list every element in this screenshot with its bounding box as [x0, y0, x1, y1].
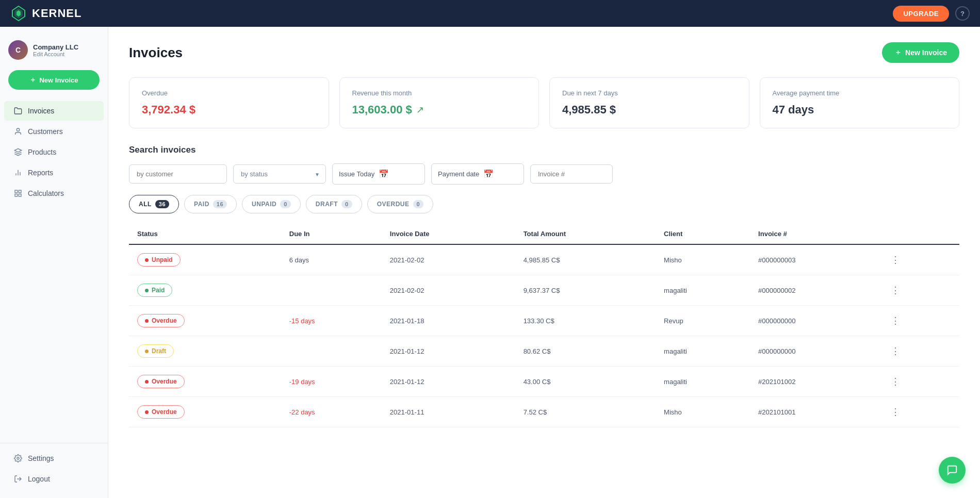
- cell-invoice-date: 2021-02-02: [382, 244, 515, 275]
- payment-date-filter[interactable]: Payment date 📅: [431, 163, 524, 185]
- stat-overdue-value: 3,792.34 $: [142, 103, 316, 117]
- row-more-button[interactable]: ⋮: [887, 404, 904, 420]
- status-dot: [145, 289, 149, 292]
- stat-revenue-value: 13,603.00 $: [352, 103, 412, 117]
- new-invoice-sidebar-button[interactable]: ＋ New Invoice: [8, 70, 100, 90]
- table-row: Draft2021-01-1280.62 C$magaliti#00000000…: [129, 336, 959, 367]
- topbar-right: UPGRADE ?: [893, 6, 970, 22]
- cell-client: magaliti: [656, 336, 750, 367]
- sidebar-item-invoices[interactable]: Invoices: [4, 101, 104, 121]
- filter-tabs: ALL 36 PAID 16 UNPAID 0 DRAFT 0 OVERDUE …: [129, 195, 959, 213]
- chat-fab-button[interactable]: [939, 457, 966, 484]
- sidebar-item-settings[interactable]: Settings: [4, 449, 104, 468]
- edit-account-link[interactable]: Edit Account: [33, 51, 78, 57]
- filter-tab-paid-label: PAID: [194, 201, 209, 208]
- cell-client: Misho: [656, 397, 750, 427]
- filter-tab-unpaid-badge: 0: [280, 200, 291, 208]
- layout: C Company LLC Edit Account ＋ New Invoice…: [0, 27, 980, 498]
- row-more-button[interactable]: ⋮: [887, 252, 904, 268]
- stat-avgpay-value: 47 days: [773, 103, 947, 117]
- help-button[interactable]: ?: [955, 6, 970, 21]
- cell-total-amount: 4,985.85 C$: [515, 244, 656, 275]
- filter-tab-all-label: ALL: [139, 201, 152, 208]
- calendar-icon-payment: 📅: [483, 169, 494, 179]
- cell-total-amount: 133.30 C$: [515, 306, 656, 336]
- avatar: C: [8, 40, 28, 60]
- filter-tab-paid[interactable]: PAID 16: [184, 195, 237, 213]
- sidebar-item-customers-label: Customers: [28, 127, 63, 136]
- sidebar-item-invoices-label: Invoices: [28, 107, 54, 115]
- upgrade-button[interactable]: UPGRADE: [893, 6, 949, 22]
- cell-due-in: [281, 275, 382, 306]
- sidebar: C Company LLC Edit Account ＋ New Invoice…: [0, 27, 108, 498]
- logo-text: KERNEL: [32, 7, 81, 20]
- stat-revenue-label: Revenue this month: [352, 89, 527, 97]
- invoice-num-input[interactable]: [530, 164, 613, 184]
- page-title: Invoices: [129, 45, 183, 61]
- stat-revenue-row: 13,603.00 $ ↗: [352, 103, 527, 117]
- table-body: Unpaid6 days2021-02-024,985.85 C$Misho#0…: [129, 244, 959, 427]
- row-more-button[interactable]: ⋮: [887, 343, 904, 359]
- svg-rect-10: [19, 194, 21, 196]
- filter-tab-draft[interactable]: DRAFT 0: [306, 195, 362, 213]
- cell-total-amount: 9,637.37 C$: [515, 275, 656, 306]
- search-title: Search invoices: [129, 145, 959, 155]
- row-more-button[interactable]: ⋮: [887, 374, 904, 389]
- cell-status: Overdue: [129, 306, 281, 336]
- plus-icon: ＋: [29, 75, 36, 85]
- plus-icon-main: ＋: [894, 48, 902, 57]
- issue-date-filter[interactable]: Issue Today 📅: [332, 163, 425, 185]
- sidebar-item-products[interactable]: Products: [4, 142, 104, 162]
- main-content: Invoices ＋ New Invoice Overdue 3,792.34 …: [108, 27, 980, 498]
- status-select[interactable]: by status Paid Unpaid Draft Overdue: [233, 164, 326, 184]
- filter-tab-overdue[interactable]: OVERDUE 0: [367, 195, 433, 213]
- stat-card-overdue: Overdue 3,792.34 $: [129, 77, 329, 128]
- row-more-button[interactable]: ⋮: [887, 283, 904, 298]
- cell-actions: ⋮: [878, 367, 959, 397]
- col-header-actions: [878, 224, 959, 244]
- cell-invoice-num: #000000000: [750, 336, 878, 367]
- status-dot: [145, 410, 149, 414]
- svg-point-3: [17, 128, 19, 131]
- cell-status: Overdue: [129, 397, 281, 427]
- filter-tab-all[interactable]: ALL 36: [129, 195, 179, 213]
- cell-invoice-num: #202101001: [750, 397, 878, 427]
- payment-date-label: Payment date: [438, 170, 479, 178]
- cell-client: Misho: [656, 244, 750, 275]
- stat-due7-label: Due in next 7 days: [562, 89, 737, 97]
- cell-invoice-date: 2021-02-02: [382, 275, 515, 306]
- sidebar-item-reports[interactable]: Reports: [4, 163, 104, 182]
- page-header: Invoices ＋ New Invoice: [129, 42, 959, 63]
- cell-due-in: -19 days: [281, 367, 382, 397]
- status-dot: [145, 258, 149, 262]
- table-row: Overdue-22 days2021-01-117.52 C$Misho#20…: [129, 397, 959, 427]
- cell-invoice-num: #000000002: [750, 275, 878, 306]
- company-section: C Company LLC Edit Account: [0, 32, 108, 66]
- topbar: KERNEL UPGRADE ?: [0, 0, 980, 27]
- sidebar-item-logout[interactable]: Logout: [4, 469, 104, 489]
- col-header-total-amount: Total Amount: [515, 224, 656, 244]
- row-more-button[interactable]: ⋮: [887, 313, 904, 328]
- stat-card-revenue: Revenue this month 13,603.00 $ ↗: [339, 77, 540, 128]
- sidebar-item-customers[interactable]: Customers: [4, 122, 104, 141]
- logo: KERNEL: [10, 5, 81, 22]
- cell-due-in: [281, 336, 382, 367]
- nav-items: Invoices Customers Products Reports: [0, 98, 108, 443]
- cell-status: Unpaid: [129, 244, 281, 275]
- sidebar-item-calculators[interactable]: Calculators: [4, 184, 104, 203]
- sidebar-item-calculators-label: Calculators: [28, 189, 64, 197]
- company-info: Company LLC Edit Account: [33, 43, 78, 57]
- stat-card-due7: Due in next 7 days 4,985.85 $: [549, 77, 749, 128]
- cell-actions: ⋮: [878, 397, 959, 427]
- cell-status: Paid: [129, 275, 281, 306]
- logo-icon: [10, 5, 27, 22]
- filter-tab-unpaid[interactable]: UNPAID 0: [242, 195, 301, 213]
- sidebar-item-reports-label: Reports: [28, 169, 53, 177]
- svg-rect-11: [15, 194, 18, 196]
- new-invoice-main-button[interactable]: ＋ New Invoice: [882, 42, 959, 63]
- table-row: Unpaid6 days2021-02-024,985.85 C$Misho#0…: [129, 244, 959, 275]
- search-by-customer-input[interactable]: [129, 164, 227, 184]
- logout-icon: [13, 474, 23, 484]
- gear-icon: [13, 454, 23, 463]
- layers-icon: [13, 147, 23, 157]
